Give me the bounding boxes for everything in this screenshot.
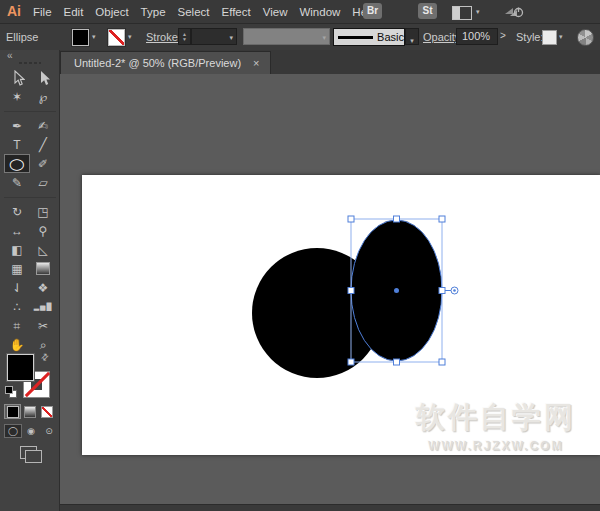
tool-width[interactable]: ↔ <box>4 221 30 240</box>
stroke-color-swatch[interactable] <box>108 29 125 46</box>
tool-shape-builder[interactable]: ◧ <box>4 240 30 259</box>
draw-inside-button[interactable]: ⊙ <box>40 424 58 438</box>
default-fill-stroke-icon[interactable] <box>5 386 16 397</box>
document-tab-title: Untitled-2* @ 50% (RGB/Preview) <box>74 57 241 69</box>
selection-handle[interactable] <box>348 216 354 222</box>
fill-stroke-indicator: ⇄ <box>0 350 60 410</box>
selection-center-point[interactable] <box>394 288 399 293</box>
app-logo: Ai <box>7 3 21 19</box>
gpu-performance-icon[interactable] <box>504 4 524 19</box>
panel-grip[interactable] <box>19 62 41 64</box>
workspace-layout-icon[interactable] <box>452 6 472 20</box>
selection-handle[interactable] <box>394 359 400 365</box>
stroke-weight-chevron-icon[interactable]: ▾ <box>229 34 233 42</box>
drawing-mode-buttons: ◯ ◉ ⊙ <box>4 424 58 438</box>
opacity-field[interactable]: 100% <box>456 28 498 45</box>
tool-paintbrush[interactable]: ✐ <box>30 154 56 173</box>
style-swatch[interactable] <box>542 30 557 45</box>
menu-bar: Ai File Edit Object Type Select Effect V… <box>0 0 600 24</box>
collapse-panel-button[interactable]: « <box>7 50 12 61</box>
fill-chevron-icon[interactable]: ▾ <box>92 33 96 41</box>
menu-items: File Edit Object Type Select Effect View… <box>27 0 382 23</box>
brush-stroke-preview <box>338 36 373 39</box>
tool-eyedropper[interactable]: ⇃ <box>4 278 30 297</box>
screen-mode-button[interactable] <box>20 446 37 459</box>
gradient-icon <box>36 262 50 275</box>
stroke-chevron-icon[interactable]: ▾ <box>128 33 132 41</box>
menu-object[interactable]: Object <box>89 6 134 18</box>
tool-type[interactable]: T <box>4 135 30 154</box>
brush-chevron-icon: ▾ <box>410 37 414 44</box>
menu-edit[interactable]: Edit <box>58 6 90 18</box>
document-tab-bar: Untitled-2* @ 50% (RGB/Preview) × <box>60 50 600 74</box>
scrollbar-strip[interactable] <box>60 504 600 511</box>
tool-artboard[interactable]: ⌗ <box>4 316 30 335</box>
brush-definition-dropdown[interactable]: Basic <box>333 28 405 46</box>
tool-direct-selection[interactable] <box>30 68 56 87</box>
active-tool-label: Ellipse <box>6 31 38 43</box>
tool-eraser[interactable]: ▱ <box>30 173 56 192</box>
selection-handle[interactable] <box>348 359 354 365</box>
tool-slice[interactable]: ✂ <box>30 316 56 335</box>
document-tab[interactable]: Untitled-2* @ 50% (RGB/Preview) × <box>60 51 271 74</box>
menu-file[interactable]: File <box>27 6 58 18</box>
none-button[interactable] <box>38 404 55 419</box>
menu-view[interactable]: View <box>257 6 294 18</box>
style-label: Style: <box>516 31 544 43</box>
swap-fill-stroke-icon[interactable]: ⇄ <box>39 351 51 363</box>
tool-puppet-warp[interactable]: ⚲ <box>30 221 56 240</box>
chevron-down-icon[interactable]: ▾ <box>476 8 480 16</box>
tool-column-graph[interactable]: ▂▅█ <box>30 297 56 316</box>
draw-normal-button[interactable]: ◯ <box>4 424 22 438</box>
tool-pen[interactable]: ✒ <box>4 116 30 135</box>
direct-selection-arrow-icon <box>36 70 51 86</box>
tool-lasso[interactable]: ℘ <box>30 87 56 106</box>
tool-symbol-sprayer[interactable]: ∴ <box>4 297 30 316</box>
gradient-button[interactable] <box>21 404 38 419</box>
tool-blend[interactable]: ❖ <box>30 278 56 297</box>
default-fill-mini <box>5 386 13 394</box>
tool-scale[interactable]: ◳ <box>30 202 56 221</box>
color-button[interactable] <box>4 404 21 419</box>
selection-handle[interactable] <box>394 216 400 222</box>
paint-style-buttons <box>4 404 55 419</box>
canvas-area[interactable]: 软件自学网 WWW.RJZXW.COM <box>60 74 600 511</box>
color-icon <box>7 406 19 418</box>
tool-mesh[interactable]: ▦ <box>4 259 30 278</box>
artwork-layer <box>60 74 600 511</box>
tool-rotate[interactable]: ↻ <box>4 202 30 221</box>
draw-behind-button[interactable]: ◉ <box>22 424 40 438</box>
brush-name: Basic <box>377 31 404 43</box>
recolor-artwork-icon[interactable] <box>577 29 594 46</box>
selection-handle[interactable] <box>439 359 445 365</box>
fill-color-swatch[interactable] <box>72 29 89 46</box>
stroke-label[interactable]: Stroke: <box>146 31 181 43</box>
tool-gradient[interactable] <box>30 259 56 278</box>
menu-type[interactable]: Type <box>135 6 172 18</box>
gradient-icon <box>24 406 36 418</box>
close-icon[interactable]: × <box>253 57 259 69</box>
tool-perspective-grid[interactable]: ◺ <box>30 240 56 259</box>
menu-window[interactable]: Window <box>293 6 346 18</box>
bridge-button[interactable]: Br <box>363 3 382 19</box>
opacity-expand-button[interactable]: > <box>500 30 506 41</box>
stock-button[interactable]: St <box>418 3 437 19</box>
menu-select[interactable]: Select <box>172 6 216 18</box>
brush-chevron-button[interactable]: ▾ <box>405 28 419 45</box>
selection-handle[interactable] <box>348 288 354 294</box>
tool-separator <box>4 192 56 198</box>
selection-handle[interactable] <box>439 288 445 294</box>
tool-line-segment[interactable]: ╱ <box>30 135 56 154</box>
tool-ellipse[interactable]: ◯ <box>4 154 30 173</box>
stroke-weight-stepper[interactable]: ▲▼ <box>178 28 191 45</box>
stroke-weight-field[interactable]: ▾ <box>191 28 237 45</box>
menu-effect[interactable]: Effect <box>216 6 257 18</box>
screen-mode-icon <box>25 450 42 463</box>
tool-curvature[interactable]: ✍ <box>30 116 56 135</box>
fill-indicator[interactable] <box>7 354 34 381</box>
tool-pencil[interactable]: ✎ <box>4 173 30 192</box>
tool-selection[interactable] <box>4 68 30 87</box>
selection-handle[interactable] <box>439 216 445 222</box>
tool-magic-wand[interactable]: ✶ <box>4 87 30 106</box>
style-chevron-icon[interactable]: ▾ <box>559 33 563 41</box>
